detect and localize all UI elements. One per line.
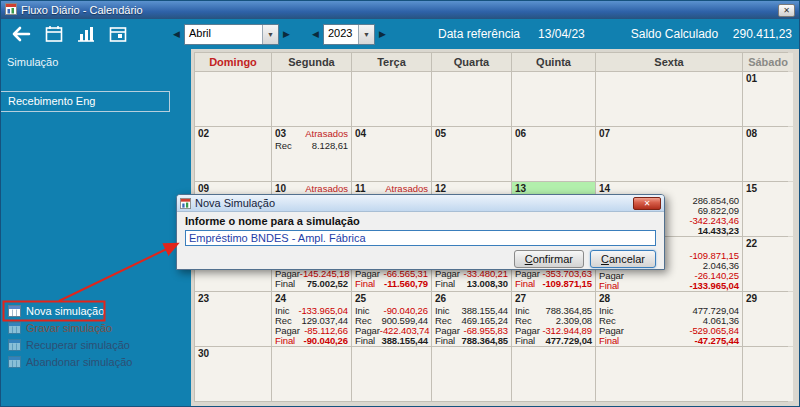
dialog-prompt: Informe o nome para a simulação	[185, 215, 656, 228]
day-header-sexta: Sexta	[596, 53, 742, 71]
calendar-cell-empty	[195, 72, 271, 126]
calendar-cell-empty	[432, 72, 511, 126]
simulation-name-input[interactable]	[185, 230, 656, 246]
day-number: 27	[515, 293, 526, 305]
dropdown-arrow-icon: ▼	[358, 25, 374, 44]
calendar-cell-04[interactable]: 04	[352, 127, 431, 181]
month-prev-button[interactable]: ◀	[169, 25, 184, 44]
year-next-button[interactable]: ▶	[375, 25, 390, 44]
day-number: 01	[746, 73, 757, 85]
calendar-cell-empty	[272, 72, 351, 126]
day-number: 24	[275, 293, 286, 305]
day-number: 23	[198, 293, 209, 305]
month-value: Abril	[185, 25, 262, 44]
day-number: 22	[746, 238, 757, 250]
day-header-quarta: Quarta	[432, 53, 511, 71]
day-number: 29	[746, 293, 757, 305]
dialog-body: Informe o nome para a simulação Confirma…	[177, 212, 664, 268]
calendar-cell-28[interactable]: 28Inic477.729,04Rec4.061,36Pagar-529.065…	[596, 292, 742, 346]
day-number: 15	[746, 183, 757, 195]
cash-line-final: Final788.364,85	[432, 336, 511, 346]
simulation-list: Recebimento Eng	[1, 91, 170, 112]
calendar-cell-empty	[352, 72, 431, 126]
day-view-button[interactable]	[105, 22, 131, 46]
calendar-cell-26[interactable]: 26Inic388.155,44Rec469.165,24Pagar-68.95…	[432, 292, 511, 346]
day-number: 26	[435, 293, 446, 305]
day-number: 05	[435, 128, 446, 140]
chart-view-button[interactable]	[73, 22, 99, 46]
sidebar-item-nova-simulacao[interactable]: Nova simulação	[8, 303, 187, 319]
cash-line-final: Final-109.871,15	[512, 279, 595, 289]
sidebar-item-label: Recuperar simulação	[26, 339, 130, 351]
month-select[interactable]: Abril ▼	[184, 24, 279, 45]
app-icon	[5, 1, 17, 19]
calendar-cell-empty	[512, 347, 595, 401]
back-arrow-icon	[9, 25, 31, 43]
gravar-simulacao-icon	[8, 322, 21, 334]
day-number: 06	[515, 128, 526, 140]
month-next-button[interactable]: ▶	[279, 25, 294, 44]
window-title: Fluxo Diário - Calendário	[21, 4, 143, 16]
calendar-cell-23[interactable]: 23	[195, 292, 271, 346]
calendar-icon	[44, 25, 64, 43]
balance-value: 290.411,23	[733, 27, 792, 41]
calendar-cell-empty	[432, 347, 511, 401]
calendar-cell-empty	[743, 347, 793, 401]
balance-label: Saldo Calculado	[631, 27, 718, 41]
cancel-button[interactable]: Cancelar	[590, 250, 656, 268]
calendar-cell-29[interactable]: 29	[743, 292, 793, 346]
calendar-cell-empty	[596, 72, 742, 126]
calendar-cell-15[interactable]: 15	[743, 182, 793, 236]
day-number: 28	[599, 293, 610, 305]
reference-date-label: Data referência	[438, 27, 520, 41]
day-number: 04	[355, 128, 366, 140]
calendar-cell-27[interactable]: 27Inic788.364,85Rec2.309,08Pagar-312.944…	[512, 292, 595, 346]
calendar-cell-02[interactable]: 02	[195, 127, 271, 181]
nova-simulacao-icon	[8, 305, 21, 317]
sidebar-section-label: Simulação	[1, 49, 191, 75]
calendar-cell-22[interactable]: 22	[743, 237, 793, 291]
cash-line-final: Final-90.040,26	[272, 336, 351, 346]
calendar-cell-25[interactable]: 25Inic-90.040,26Rec900.599,44Pagar-422.4…	[352, 292, 431, 346]
year-select[interactable]: 2023 ▼	[323, 24, 375, 45]
calendar-cell-05[interactable]: 05	[432, 127, 511, 181]
reference-date-value: 13/04/23	[538, 27, 585, 41]
year-prev-button[interactable]: ◀	[308, 25, 323, 44]
day-number: 07	[599, 128, 610, 140]
calendar-cell-empty	[352, 347, 431, 401]
confirm-button[interactable]: Confirmar	[514, 250, 584, 268]
calendar-cell-empty	[596, 347, 742, 401]
calendar-cell-06[interactable]: 06	[512, 127, 595, 181]
back-button[interactable]	[5, 22, 35, 46]
calendar-cell-empty	[272, 347, 351, 401]
window-close-button[interactable]: ✕	[778, 4, 795, 17]
day-header-quinta: Quinta	[512, 53, 595, 71]
day-header-segunda: Segunda	[272, 53, 351, 71]
toolbar: ◀ Abril ▼ ▶ ◀ 2023 ▼ ▶ Data referência 1…	[1, 19, 799, 49]
simulation-list-item[interactable]: Recebimento Eng	[1, 92, 169, 111]
window-titlebar: Fluxo Diário - Calendário ✕	[1, 1, 799, 19]
dialog-title: Nova Simulação	[195, 197, 275, 209]
cash-line-final: Final388.155,44	[352, 336, 431, 346]
abandonar-simulacao-icon	[8, 356, 21, 368]
dialog-buttons: Confirmar Cancelar	[185, 250, 656, 268]
sidebar-item-label: Gravar simulação	[26, 322, 112, 334]
dropdown-arrow-icon: ▼	[262, 25, 278, 44]
sidebar: Simulação Recebimento Eng Nova simulação…	[1, 49, 191, 406]
calendar-cell-30[interactable]: 30	[195, 347, 271, 401]
calendar-cell-08[interactable]: 08	[743, 127, 793, 181]
calendar-view-button[interactable]	[41, 22, 67, 46]
atrasados-flag: Atrasados	[305, 128, 348, 140]
calendar-cell-03[interactable]: 03AtrasadosRec8.128,61	[272, 127, 351, 181]
cash-line-final: Final-47.275,44	[596, 336, 742, 346]
dialog-close-button[interactable]: ✕	[633, 197, 661, 210]
sidebar-item-label: Abandonar simulação	[26, 356, 132, 368]
cash-line-final: Final-11.560,79	[352, 279, 431, 289]
sidebar-item-label: Nova simulação	[26, 305, 104, 317]
bar-chart-icon	[76, 25, 96, 43]
calendar-cell-24[interactable]: 24Inic-133.965,04Rec129.037,44Pagar-85.1…	[272, 292, 351, 346]
cash-line-rec: Rec8.128,61	[272, 141, 351, 151]
calendar-cell-07[interactable]: 07	[596, 127, 742, 181]
day-header-domingo: Domingo	[195, 53, 271, 71]
calendar-cell-01[interactable]: 01	[743, 72, 793, 126]
